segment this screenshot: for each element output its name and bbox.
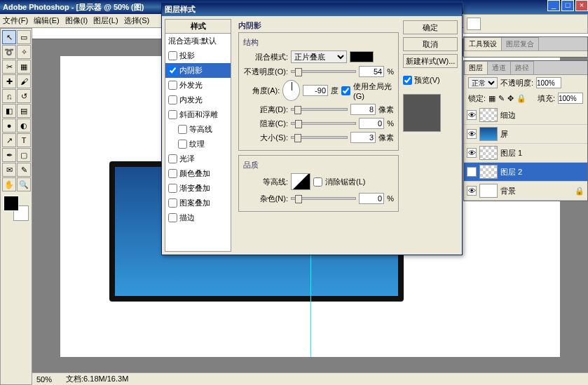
style-checkbox[interactable]	[168, 154, 177, 163]
new-style-button[interactable]: 新建样式(W)...	[403, 54, 458, 68]
size-input[interactable]	[350, 132, 376, 143]
tab-layer-comps[interactable]: 图层复合	[501, 37, 539, 50]
brush-preview[interactable]	[467, 18, 481, 30]
blend-mode-select[interactable]: 正常	[468, 77, 498, 88]
visibility-icon[interactable]: 👁	[467, 129, 477, 139]
angle-dial[interactable]	[282, 80, 300, 101]
layer-opacity-input[interactable]	[536, 77, 561, 88]
heal-tool[interactable]: ✚	[2, 74, 16, 88]
antialias-checkbox[interactable]	[313, 177, 322, 187]
style-item-drop-shadow[interactable]: 投影	[165, 48, 231, 63]
fg-color[interactable]	[4, 196, 19, 211]
visibility-icon[interactable]: 👁	[467, 186, 477, 196]
eraser-tool[interactable]: ◧	[2, 104, 16, 118]
shadow-color-swatch[interactable]	[350, 51, 374, 62]
gradient-tool[interactable]: ▤	[17, 104, 31, 118]
style-checkbox[interactable]	[168, 110, 177, 119]
style-item-inner-glow[interactable]: 内发光	[165, 93, 231, 107]
style-item-inner-shadow[interactable]: 内阴影	[165, 63, 231, 78]
hand-tool[interactable]: ✋	[2, 177, 16, 191]
style-item-gradient-overlay[interactable]: 渐变叠加	[165, 181, 231, 196]
noise-input[interactable]	[359, 193, 384, 204]
layer-row[interactable]: 👁细边	[464, 106, 587, 125]
style-checkbox[interactable]	[168, 184, 177, 193]
opacity-slider[interactable]	[291, 70, 356, 73]
size-slider[interactable]	[291, 136, 348, 139]
style-item-texture[interactable]: 纹理	[165, 137, 231, 151]
style-checkbox[interactable]	[168, 51, 177, 60]
preview-checkbox[interactable]	[403, 76, 412, 85]
blur-tool[interactable]: ●	[2, 119, 16, 133]
crop-tool[interactable]: ✂	[2, 60, 16, 74]
choke-input[interactable]	[359, 118, 384, 129]
menu-select[interactable]: 选择(S)	[124, 15, 150, 26]
style-item-bevel[interactable]: 斜面和浮雕	[165, 107, 231, 122]
tab-channels[interactable]: 通道	[487, 61, 511, 74]
tab-paths[interactable]: 路径	[510, 61, 534, 74]
style-checkbox[interactable]	[168, 95, 177, 104]
style-checkbox[interactable]	[168, 169, 177, 178]
dodge-tool[interactable]: ◐	[17, 119, 31, 133]
opacity-input[interactable]	[359, 66, 384, 77]
tab-layers[interactable]: 图层	[464, 61, 488, 74]
style-checkbox[interactable]	[168, 198, 177, 208]
ok-button[interactable]: 确定	[403, 20, 458, 34]
lock-brush-icon[interactable]: ✎	[498, 94, 505, 103]
type-tool[interactable]: T	[17, 133, 31, 147]
choke-slider[interactable]	[291, 122, 356, 125]
visibility-icon[interactable]: 👁	[467, 148, 477, 158]
move-tool[interactable]: ↖	[2, 30, 16, 44]
blend-options-item[interactable]: 混合选项:默认	[165, 34, 231, 48]
style-checkbox[interactable]	[168, 213, 177, 222]
shape-tool[interactable]: ▢	[17, 148, 31, 162]
blend-mode-combo[interactable]: 正片叠底	[291, 50, 347, 63]
lock-trans-icon[interactable]: ▦	[488, 94, 495, 103]
stamp-tool[interactable]: ⎌	[2, 89, 16, 103]
distance-input[interactable]	[350, 104, 376, 115]
menu-layer[interactable]: 图层(L)	[93, 15, 118, 26]
menu-edit[interactable]: 编辑(E)	[34, 15, 60, 26]
lasso-tool[interactable]: ➰	[2, 45, 16, 59]
menu-image[interactable]: 图像(I)	[65, 15, 88, 26]
minimize-icon[interactable]: _	[547, 0, 560, 11]
layer-row[interactable]: 👁屏	[464, 125, 587, 144]
contour-picker[interactable]	[291, 173, 310, 190]
style-item-contour[interactable]: 等高线	[165, 122, 231, 137]
lock-move-icon[interactable]: ✥	[507, 94, 514, 103]
close-window-icon[interactable]: ×	[575, 0, 588, 11]
global-light-checkbox[interactable]	[341, 86, 350, 95]
style-checkbox[interactable]	[178, 125, 187, 134]
path-tool[interactable]: ↗	[2, 133, 16, 147]
style-item-outer-glow[interactable]: 外发光	[165, 78, 231, 93]
maximize-icon[interactable]: □	[561, 0, 574, 11]
marquee-tool[interactable]: ▭	[17, 30, 31, 44]
color-swatch[interactable]	[4, 196, 29, 221]
eyedropper-tool[interactable]: ✎	[17, 163, 31, 177]
tab-tool-presets[interactable]: 工具预设	[464, 37, 502, 50]
noise-slider[interactable]	[291, 197, 356, 200]
distance-slider[interactable]	[291, 108, 348, 111]
style-item-satin[interactable]: 光泽	[165, 151, 231, 166]
style-checkbox[interactable]	[178, 140, 187, 149]
angle-input[interactable]	[303, 85, 328, 96]
style-item-pattern-overlay[interactable]: 图案叠加	[165, 196, 231, 210]
wand-tool[interactable]: ✧	[17, 45, 31, 59]
pen-tool[interactable]: ✒	[2, 148, 16, 162]
layer-row[interactable]: 👁图层 1	[464, 144, 587, 163]
style-item-color-overlay[interactable]: 颜色叠加	[165, 166, 231, 181]
layer-fill-input[interactable]	[558, 93, 583, 104]
visibility-icon[interactable]: 👁	[467, 110, 477, 120]
visibility-icon[interactable]: 👁	[467, 167, 477, 177]
style-checkbox[interactable]	[168, 66, 177, 75]
history-brush-tool[interactable]: ↺	[17, 89, 31, 103]
brush-tool[interactable]: 🖌	[17, 74, 31, 88]
slice-tool[interactable]: ▦	[17, 60, 31, 74]
zoom-tool[interactable]: 🔍	[17, 177, 31, 191]
zoom-level[interactable]: 50%	[36, 375, 52, 384]
layer-row[interactable]: 👁背景🔒	[464, 182, 587, 201]
lock-all-icon[interactable]: 🔒	[517, 94, 526, 103]
layer-row[interactable]: 👁图层 2	[464, 163, 587, 182]
cancel-button[interactable]: 取消	[403, 37, 458, 51]
notes-tool[interactable]: ✉	[2, 163, 16, 177]
style-checkbox[interactable]	[168, 81, 177, 90]
